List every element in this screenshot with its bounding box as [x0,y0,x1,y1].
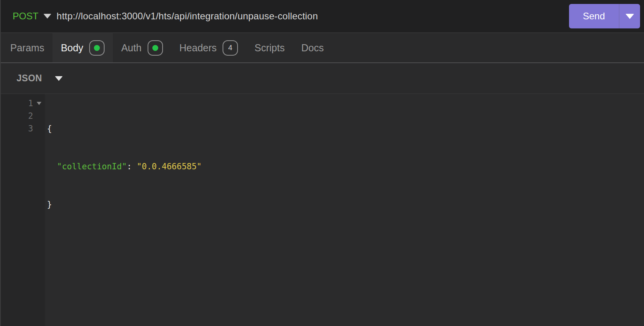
send-button-label[interactable]: Send [569,4,619,28]
json-value: "0.0.4666585" [137,162,202,171]
request-tabs: Params Body Auth Headers 4 Scripts Docs [1,33,644,63]
line-number: 2 [1,110,33,122]
method-label: POST [13,11,38,22]
tab-headers-label: Headers [180,42,217,54]
auth-set-badge [148,40,163,56]
tab-auth[interactable]: Auth [113,33,171,62]
json-close-brace: } [47,200,52,209]
json-open-brace: { [47,124,52,133]
body-json-editor[interactable]: 1 2 3 { "collectionId": "0.0.4666585" } [1,94,644,326]
json-key: "collectionId" [57,162,127,171]
chevron-down-icon [55,76,63,81]
tab-body[interactable]: Body [52,33,113,62]
indent [47,162,57,171]
green-dot-icon [152,45,158,51]
content-type-selector[interactable]: JSON [17,73,63,84]
method-selector[interactable]: POST [13,11,51,22]
code-area[interactable]: { "collectionId": "0.0.4666585" } [45,94,644,326]
line-number: 1 [1,97,33,110]
tab-docs[interactable]: Docs [293,33,332,62]
editor-gutter: 1 2 3 [1,94,45,326]
code-line[interactable]: "collectionId": "0.0.4666585" [47,160,644,173]
tab-params-label: Params [10,42,44,54]
request-bar: POST http://localhost:3000/v1/hts/api/in… [1,0,644,33]
url-input[interactable]: http://localhost:3000/v1/hts/api/integra… [56,11,318,22]
gutter-line: 1 [1,97,45,110]
code-line[interactable]: { [47,122,644,135]
tab-scripts[interactable]: Scripts [246,33,293,62]
chevron-down-icon [625,14,634,19]
headers-count-badge: 4 [223,40,238,56]
fold-toggle[interactable] [33,102,45,105]
send-options-dropdown[interactable] [620,4,640,28]
gutter-line: 3 [1,122,45,135]
code-line[interactable]: } [47,198,644,211]
send-button[interactable]: Send [569,4,640,28]
tab-headers[interactable]: Headers 4 [171,33,247,62]
json-colon: : [127,162,137,171]
tab-auth-label: Auth [121,42,141,54]
content-type-label: JSON [17,73,42,84]
gutter-line: 2 [1,110,45,122]
tab-body-label: Body [61,42,83,54]
headers-count: 4 [228,43,232,52]
tab-docs-label: Docs [301,42,324,54]
body-type-row: JSON [1,63,644,94]
chevron-down-icon [43,14,51,19]
tab-params[interactable]: Params [2,33,52,62]
tab-scripts-label: Scripts [255,42,285,54]
body-set-badge [89,40,105,56]
fold-caret-icon [37,102,41,105]
green-dot-icon [94,45,100,51]
line-number: 3 [1,122,33,135]
